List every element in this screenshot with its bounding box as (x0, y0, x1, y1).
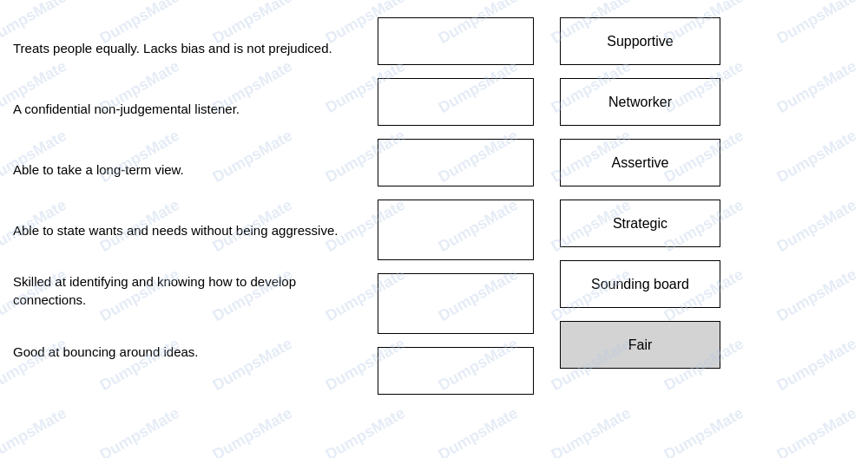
description-text-6: Good at bouncing around ideas. (13, 343, 199, 361)
description-item-1: Treats people equally. Lacks bias and is… (9, 17, 356, 78)
drop-box-5[interactable] (378, 273, 534, 334)
answer-box-6[interactable]: Fair (560, 321, 720, 369)
description-text-1: Treats people equally. Lacks bias and is… (13, 39, 332, 57)
answer-box-1[interactable]: Supportive (560, 17, 720, 65)
description-item-6: Good at bouncing around ideas. (9, 321, 356, 382)
answer-box-2[interactable]: Networker (560, 78, 720, 126)
drop-box-3[interactable] (378, 139, 534, 186)
drop-box-4[interactable] (378, 200, 534, 260)
answers-column: SupportiveNetworkerAssertiveStrategicSou… (547, 9, 729, 449)
answer-box-5[interactable]: Sounding board (560, 260, 720, 308)
description-text-3: Able to take a long-term view. (13, 160, 184, 179)
description-item-5: Skilled at identifying and knowing how t… (9, 260, 356, 321)
description-item-3: Able to take a long-term view. (9, 139, 356, 200)
description-text-2: A confidential non-judgemental listener. (13, 100, 240, 118)
description-item-4: Able to state wants and needs without be… (9, 200, 356, 260)
drop-boxes-column (365, 9, 547, 449)
description-item-2: A confidential non-judgemental listener. (9, 78, 356, 139)
drop-box-2[interactable] (378, 78, 534, 126)
answer-box-4[interactable]: Strategic (560, 200, 720, 247)
description-text-5: Skilled at identifying and knowing how t… (13, 272, 352, 309)
main-layout: Treats people equally. Lacks bias and is… (0, 0, 868, 458)
drop-box-6[interactable] (378, 347, 534, 395)
answer-box-3[interactable]: Assertive (560, 139, 720, 186)
description-text-4: Able to state wants and needs without be… (13, 221, 338, 239)
drop-box-1[interactable] (378, 17, 534, 65)
descriptions-column: Treats people equally. Lacks bias and is… (0, 9, 365, 449)
